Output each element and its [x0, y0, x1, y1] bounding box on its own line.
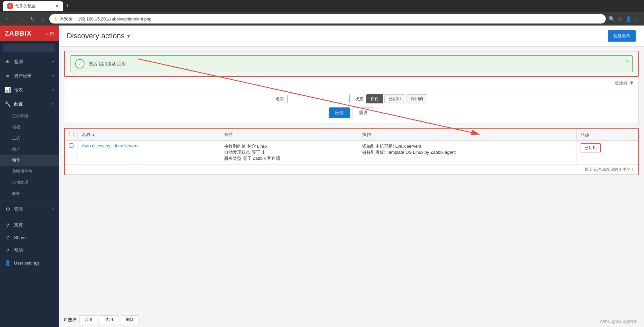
sidebar-item-assets[interactable]: ≡ 资产记录 ▾: [0, 69, 59, 82]
table-body: Auto discovery. Linux servers. 接收到的值 包含 …: [65, 141, 638, 165]
page-title: Discovery actions ▾: [67, 32, 130, 40]
delete-button[interactable]: 删除: [121, 315, 139, 324]
sidebar: ZABBIX « ⊞ 👁 监测 ▾ ≡ 资产记录 ▾ 📊 报表 ▾: [0, 26, 59, 327]
assets-chevron-icon: ▾: [52, 74, 54, 78]
sidebar-item-share-label: Share: [14, 235, 26, 240]
nav-assets: ≡ 资产记录 ▾: [0, 69, 59, 83]
filter-section: 过滤器 ▼ 名称 状态 任何 已启用: [64, 77, 639, 124]
filter-body: 名称 状态 任何 已启用 停用的 应用: [64, 89, 638, 124]
app-container: ZABBIX « ⊞ 👁 监测 ▾ ≡ 资产记录 ▾ 📊 报表 ▾: [0, 26, 644, 327]
browser-tab[interactable]: Z 动作的配置 ×: [3, 1, 63, 11]
sidebar-item-assets-label: 资产记录: [14, 73, 32, 79]
bookmark-icon[interactable]: ☆: [618, 16, 623, 22]
sidebar-item-actions[interactable]: 动作: [0, 155, 59, 166]
browser-chrome: Z 动作的配置 × +: [0, 0, 644, 12]
filter-status-disabled[interactable]: 停用的: [407, 94, 427, 103]
sidebar-item-user-label: User settings: [14, 261, 40, 266]
sidebar-item-share[interactable]: Z Share: [0, 231, 59, 244]
assets-icon: ≡: [5, 73, 11, 79]
support-icon: ?: [5, 222, 11, 228]
operation-1: 添加到主机群组: Linux servers: [362, 143, 572, 149]
col-name-sort-icon[interactable]: ▲: [92, 133, 95, 137]
notification-check-icon: ✓: [75, 59, 85, 68]
browser-navbar: ← → ↻ ⌂ ⚠ 不安全 | 192.168.15.201/zabbix/ac…: [0, 12, 644, 26]
sidebar-item-admin-label: 管理: [14, 206, 23, 212]
sidebar-item-config[interactable]: 🔧 配置 ▾: [0, 98, 59, 110]
filter-row-1: 名称 状态 任何 已启用 停用的: [72, 94, 630, 103]
select-count: 0 选择: [64, 317, 76, 323]
filter-name-field: 名称: [276, 95, 350, 103]
browser-actions: 🔍 ☆ 👤 ⋯: [608, 16, 640, 22]
operation-2: 链接到模板: Template OS Linux by Zabbix agent: [362, 149, 572, 155]
nav-config: 🔧 配置 ▾ 主机群组 模板 主机 维护 动作 关联项事件 自动发现 服务: [0, 97, 59, 200]
sidebar-item-monitor[interactable]: 👁 监测 ▾: [0, 55, 59, 68]
address-bar[interactable]: ⚠ 不安全 | 192.168.15.201/zabbix/actionconf…: [49, 14, 606, 24]
page-title-text: Discovery actions: [67, 32, 124, 40]
sidebar-item-monitor-label: 监测: [14, 59, 23, 65]
content-area: 过滤器 ▼ 名称 状态 任何 已启用: [59, 77, 644, 313]
reports-icon: 📊: [5, 87, 11, 93]
col-conditions-header: 条件: [220, 129, 358, 141]
col-operations-label: 操作: [362, 132, 371, 137]
refresh-button[interactable]: ↻: [28, 14, 37, 24]
sidebar-item-auto-discovery[interactable]: 自动发现: [0, 177, 59, 188]
sidebar-item-help[interactable]: ? 帮助: [0, 244, 59, 256]
filter-funnel-icon[interactable]: ▼: [629, 80, 634, 86]
sidebar-collapse-buttons[interactable]: « ⊞: [46, 31, 54, 36]
reports-chevron-icon: ▾: [52, 88, 54, 92]
bottom-bar: 0 选择 启用 禁用 删除: [59, 313, 644, 327]
more-options-icon[interactable]: ⋯: [635, 16, 640, 22]
filter-apply-button[interactable]: 应用: [329, 107, 350, 118]
main-content: Discovery actions ▾ 创建动作 ✓ 激活 启用激活 启用 × …: [59, 26, 644, 327]
table-row: Auto discovery. Linux servers. 接收到的值 包含 …: [65, 141, 638, 165]
new-tab-button[interactable]: +: [66, 3, 69, 10]
sidebar-item-reports[interactable]: 📊 报表 ▾: [0, 84, 59, 96]
row-operations-cell: 添加到主机群组: Linux servers 链接到模板: Template O…: [358, 141, 577, 165]
search-browser-icon[interactable]: 🔍: [608, 16, 615, 22]
sidebar-item-maintenance[interactable]: 维护: [0, 144, 59, 155]
condition-3: 服务类型 等于 Zabbix 客户端: [224, 155, 354, 161]
col-status-label: 状态: [581, 132, 589, 137]
row-checkbox[interactable]: [69, 143, 73, 148]
filter-status-any[interactable]: 任何: [366, 94, 383, 103]
sidebar-item-support[interactable]: ? 支持: [0, 219, 59, 231]
col-name-label: 名称: [82, 132, 91, 137]
disable-button[interactable]: 禁用: [100, 315, 118, 324]
row-conditions-cell: 接收到的值 包含 Linux 自动发现状态 等于 上 服务类型 等于 Zabbi…: [220, 141, 358, 165]
sidebar-item-support-label: 支持: [14, 222, 23, 228]
back-button[interactable]: ←: [4, 14, 13, 23]
action-name-link[interactable]: Auto discovery. Linux servers.: [82, 143, 140, 148]
actions-table: 名称 ▲ 条件 操作 状态: [65, 129, 638, 165]
status-badge[interactable]: 已启用: [581, 143, 601, 152]
sidebar-item-templates[interactable]: 模板: [0, 122, 59, 133]
filter-status-field: 状态 任何 已启用 停用的: [355, 94, 427, 103]
sidebar-divider-1: [0, 201, 59, 201]
address-url: 192.168.15.201/zabbix/actionconf.php: [78, 16, 152, 21]
table-footer-text: 显示 已自动发现的 1 中的 1: [585, 167, 634, 172]
logo-text: ZABBIX: [5, 30, 32, 37]
filter-status-enabled[interactable]: 已启用: [384, 94, 405, 103]
tab-close-button[interactable]: ×: [56, 3, 58, 9]
filter-reset-button[interactable]: 重设: [353, 107, 374, 118]
select-all-checkbox[interactable]: [69, 132, 73, 136]
sidebar-item-host-groups[interactable]: 主机群组: [0, 110, 59, 122]
sidebar-item-hosts[interactable]: 主机: [0, 133, 59, 144]
title-dropdown-icon[interactable]: ▾: [127, 33, 130, 39]
sidebar-item-reports-label: 报表: [14, 87, 23, 93]
enable-button[interactable]: 启用: [79, 315, 97, 324]
sidebar-item-user-settings[interactable]: 👤 User settings: [0, 256, 59, 269]
filter-name-input[interactable]: [287, 95, 350, 103]
sidebar-item-admin[interactable]: ⚙ 管理 ▾: [0, 203, 59, 216]
profile-icon[interactable]: 👤: [625, 16, 632, 22]
notification-close-button[interactable]: ×: [626, 58, 629, 64]
sidebar-item-services[interactable]: 服务: [0, 188, 59, 199]
monitor-icon: 👁: [5, 59, 11, 65]
forward-button[interactable]: →: [16, 14, 25, 23]
sidebar-item-event-correlation[interactable]: 关联项事件: [0, 166, 59, 177]
home-button[interactable]: ⌂: [39, 14, 47, 23]
row-name-cell: Auto discovery. Linux servers.: [78, 141, 220, 165]
notification-text: 激活 启用激活 启用: [89, 61, 126, 67]
create-action-button[interactable]: 创建动作: [608, 30, 636, 42]
tab-title: 动作的配置: [15, 3, 36, 9]
search-input[interactable]: [3, 44, 55, 52]
